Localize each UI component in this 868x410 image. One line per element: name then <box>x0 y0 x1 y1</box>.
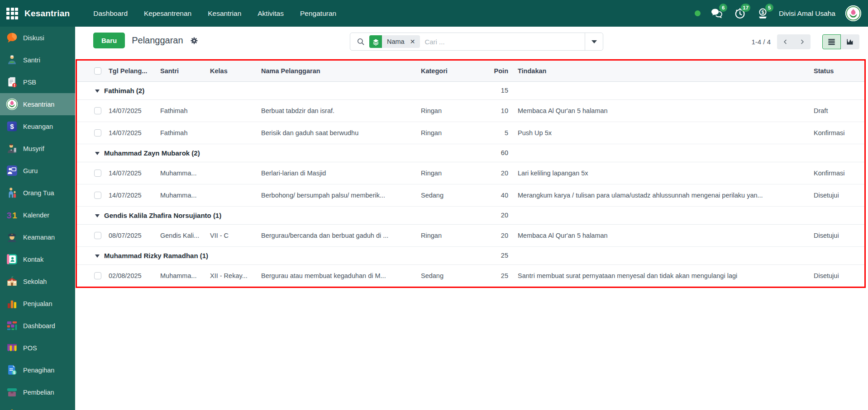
violations-table-annotation-box: Tgl Pelang... Santri Kelas Nama Pelangga… <box>76 59 866 288</box>
pager-range: 1-4 / 4 <box>751 38 771 46</box>
cell-kelas <box>205 162 256 184</box>
table-row[interactable]: 14/07/2025Muhamma...Berbohong/ bersumpah… <box>77 184 864 206</box>
group-row[interactable]: Fathimah (2)15 <box>77 81 864 99</box>
sidebar-item-psb[interactable]: PSB <box>0 71 75 93</box>
control-panel-right: 1-4 / 4 <box>751 34 859 49</box>
sidebar-item-pos[interactable]: POS <box>0 337 75 359</box>
column-header-poin[interactable]: Poin <box>482 61 514 81</box>
row-checkbox[interactable] <box>94 232 101 239</box>
user-company-label[interactable]: Divisi Amal Usaha <box>779 9 835 18</box>
table-header-row: Tgl Pelang... Santri Kelas Nama Pelangga… <box>77 61 864 81</box>
sidebar-item-orang-tua[interactable]: Orang Tua <box>0 182 75 204</box>
sidebar-item-kontak[interactable]: Kontak <box>0 248 75 270</box>
group-poin-total: 20 <box>482 206 514 224</box>
cell-tgl: 02/08/2025 <box>103 264 155 287</box>
sidebar-item-diskusi[interactable]: Diskusi <box>0 27 75 49</box>
cell-poin: 20 <box>482 224 514 246</box>
table-row[interactable]: 14/07/2025FathimahBerbuat tabdzir dan is… <box>77 99 864 122</box>
group-row[interactable]: Gendis Kalila Zhafira Norsujianto (1)20 <box>77 206 864 224</box>
svg-text:$: $ <box>10 123 14 130</box>
select-all-checkbox[interactable] <box>94 67 101 75</box>
cell-tindakan: Santri membuat surat pernyataan menyesal… <box>514 264 808 287</box>
cell-status: Draft <box>808 99 864 122</box>
facet-remove-icon[interactable]: ✕ <box>409 38 420 45</box>
row-checkbox[interactable] <box>94 129 101 137</box>
table-row[interactable]: 08/07/2025Gendis Kali...VII - CBergurau/… <box>77 224 864 246</box>
gear-icon[interactable] <box>190 37 198 45</box>
sidebar-item-musyrif[interactable]: Musyrif <box>0 137 75 160</box>
sidebar-item-keuangan[interactable]: $Keuangan <box>0 115 75 137</box>
column-header-kategori[interactable]: Kategori <box>415 61 482 81</box>
navbar-menu-kesantrian[interactable]: Kesantrian <box>208 9 241 18</box>
table-row[interactable]: 02/08/2025Muhamma...XII - Rekay...Bergur… <box>77 264 864 287</box>
cell-kelas: VII - C <box>205 224 256 246</box>
money-icon[interactable]: $5 <box>757 7 769 19</box>
sidebar-item-penagihan[interactable]: $Penagihan <box>0 359 75 381</box>
sidebar-item-santri[interactable]: Santri <box>0 49 75 71</box>
musyrif-icon <box>6 142 18 155</box>
cell-tindakan: Membaca Al Qur'an 5 halaman <box>514 99 808 122</box>
sidebar-item-label: Keamanan <box>23 234 55 241</box>
sidebar-item-keamanan[interactable]: Keamanan <box>0 226 75 248</box>
apps-grid-icon[interactable] <box>6 8 18 19</box>
svg-text:$: $ <box>13 370 15 375</box>
cell-status: Disetujui <box>808 264 864 287</box>
row-checkbox[interactable] <box>94 192 101 199</box>
sidebar-item-label: Kalender <box>23 212 49 219</box>
graph-view-button[interactable] <box>841 34 859 49</box>
clock-icon[interactable]: 17 <box>734 7 746 19</box>
table-row[interactable]: 14/07/2025Muhamma...Berlari-larian di Ma… <box>77 162 864 184</box>
navbar-menu-pengaturan[interactable]: Pengaturan <box>300 9 336 18</box>
cell-tgl: 14/07/2025 <box>103 162 155 184</box>
caret-down-icon <box>95 90 100 93</box>
cell-kategori: Sedang <box>415 184 482 206</box>
column-header-nama[interactable]: Nama Pelanggaran <box>256 61 415 81</box>
app-brand[interactable]: Kesantrian <box>24 9 70 19</box>
cell-select <box>77 264 103 287</box>
psb-icon <box>6 76 18 88</box>
sidebar-item-pembelian[interactable]: Pembelian <box>0 381 75 403</box>
svg-text:$: $ <box>762 9 764 15</box>
sidebar-item-label: Kesantrian <box>23 101 54 108</box>
chat-icon[interactable]: 6 <box>711 7 723 19</box>
navbar-menu-aktivitas[interactable]: Aktivitas <box>258 9 284 18</box>
sidebar-item-kalender[interactable]: 31Kalender <box>0 204 75 226</box>
column-header-kelas[interactable]: Kelas <box>205 61 256 81</box>
table-row[interactable]: 14/07/2025FathimahBerisik dan gaduh saat… <box>77 122 864 144</box>
sidebar-item-dashboard[interactable]: Dashboard <box>0 315 75 337</box>
column-header-tgl[interactable]: Tgl Pelang... <box>103 61 155 81</box>
pager-previous-button[interactable] <box>777 34 794 49</box>
search-bar[interactable]: Nama ✕ <box>350 33 603 51</box>
column-header-santri[interactable]: Santri <box>155 61 205 81</box>
sidebar-item-sekolah[interactable]: Sekolah <box>0 270 75 292</box>
sidebar-item-label: Santri <box>23 57 40 64</box>
pager-next-button[interactable] <box>794 34 811 49</box>
list-view-button[interactable] <box>822 34 841 49</box>
row-checkbox[interactable] <box>94 107 101 114</box>
navbar-menu-dashboard[interactable]: Dashboard <box>93 9 128 18</box>
penjualan-icon <box>6 297 18 310</box>
group-row[interactable]: Muhammad Zayn Mubarok (2)60 <box>77 144 864 162</box>
sidebar-item-stok-persediaan[interactable]: Stok Persediaan <box>0 403 75 410</box>
row-checkbox[interactable] <box>94 170 101 177</box>
search-input[interactable] <box>424 38 585 46</box>
sidebar-item-label: Penjualan <box>23 300 52 307</box>
column-header-tindakan[interactable]: Tindakan <box>514 61 808 81</box>
group-row[interactable]: Muhammad Rizky Ramadhan (1)25 <box>77 246 864 264</box>
cell-select <box>77 224 103 246</box>
stok-icon <box>6 408 18 410</box>
new-record-button[interactable]: Baru <box>93 33 125 48</box>
avatar[interactable] <box>845 5 861 21</box>
navbar-menu-kepesantrenan[interactable]: Kepesantrenan <box>144 9 191 18</box>
sidebar-item-guru[interactable]: Guru <box>0 160 75 182</box>
cell-status: Konfirmasi <box>808 122 864 144</box>
row-checkbox[interactable] <box>94 272 101 279</box>
cell-tgl: 14/07/2025 <box>103 122 155 144</box>
cell-nama: Berbohong/ bersumpah palsu/ memberik... <box>256 184 415 206</box>
sidebar-item-kesantrian[interactable]: Kesantrian <box>0 93 75 115</box>
search-facet[interactable]: Nama ✕ <box>369 35 420 48</box>
cell-nama: Berlari-larian di Masjid <box>256 162 415 184</box>
column-header-status[interactable]: Status <box>808 61 864 81</box>
sidebar-item-penjualan[interactable]: Penjualan <box>0 292 75 315</box>
search-dropdown-toggle[interactable] <box>585 33 603 50</box>
